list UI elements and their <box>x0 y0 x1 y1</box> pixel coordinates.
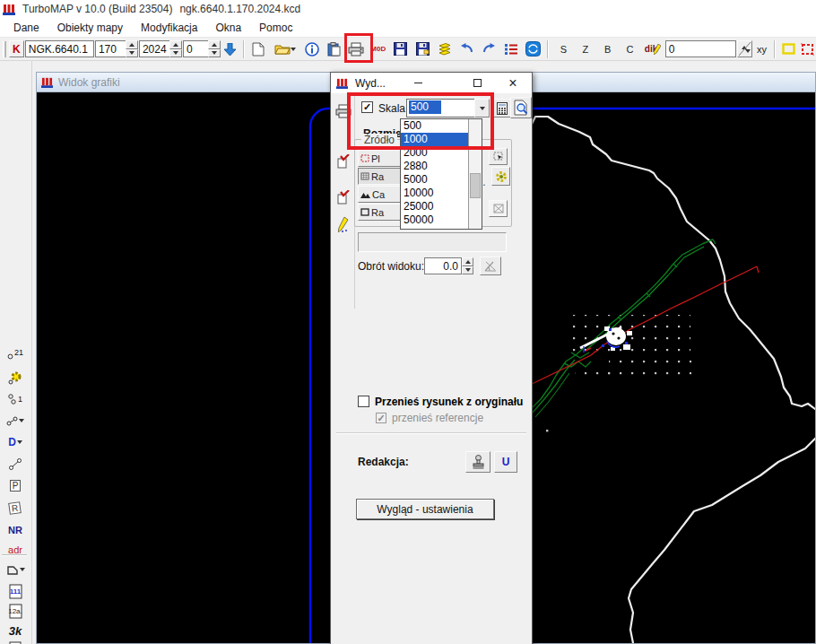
close-button[interactable]: × <box>499 73 526 93</box>
skala-dropdown-button[interactable] <box>474 99 490 117</box>
year-spinner[interactable]: 2024 <box>139 40 182 57</box>
polygon-menu-tool[interactable] <box>1 560 30 579</box>
toolbar-grip[interactable] <box>3 41 6 57</box>
angle-value-input[interactable]: 0 <box>665 40 736 57</box>
address-tool[interactable]: adr <box>1 540 30 560</box>
dik-edit-button[interactable]: dik <box>641 39 664 60</box>
minimize-button[interactable] <box>404 73 431 93</box>
s-mode-button[interactable]: S <box>552 40 574 58</box>
print-button[interactable] <box>345 39 367 60</box>
checklist-icon[interactable] <box>334 152 353 171</box>
skala-option[interactable]: 10000 <box>401 187 468 200</box>
points-menu-tool[interactable] <box>1 411 30 431</box>
point-settings-tool[interactable] <box>1 368 30 387</box>
sheet-12a-tool[interactable]: 12a. <box>1 601 30 621</box>
attribute-list-button[interactable] <box>500 39 522 60</box>
spin-up[interactable] <box>126 40 138 49</box>
maximize-button[interactable] <box>464 73 490 93</box>
skala-option[interactable]: 500 <box>401 119 468 133</box>
spin-down[interactable] <box>126 49 138 58</box>
printer-icon[interactable] <box>334 101 353 121</box>
remote-support-button[interactable] <box>523 39 544 60</box>
skala-option[interactable]: 50000 <box>401 213 468 227</box>
skala-option[interactable]: 2000 <box>401 146 468 160</box>
rotation-spinner[interactable]: 0.0 <box>424 257 473 274</box>
skala-option-highlighted[interactable]: 1000 <box>401 133 468 146</box>
dialog-separator <box>336 432 526 434</box>
menu-dane[interactable]: Dane <box>5 20 48 36</box>
3k-tool[interactable]: 3k <box>1 621 30 640</box>
select-area-button[interactable] <box>489 148 508 165</box>
calculator-button[interactable] <box>493 99 511 117</box>
print-dialog-body: ✓ Skala 500 Rozmie Źródło Pl <box>331 93 532 644</box>
sheet-reference-input[interactable]: NGK.6640.1 <box>25 40 94 57</box>
d-menu-tool[interactable]: D <box>1 432 30 452</box>
redo-button[interactable] <box>478 39 499 60</box>
spin-down[interactable] <box>462 266 473 275</box>
przenies-referencje-checkbox[interactable]: ✓ <box>376 413 386 423</box>
k-button[interactable]: K <box>9 40 24 57</box>
skala-option[interactable]: 25000 <box>401 200 468 213</box>
menu-modyfikacja[interactable]: Modyfikacja <box>133 20 205 36</box>
source-ca-button[interactable]: Ca <box>358 186 401 203</box>
save-button[interactable] <box>390 39 412 60</box>
xy-coordinates-button[interactable]: xy <box>753 40 771 58</box>
skala-dropdown-list: 500 1000 2000 2880 5000 10000 25000 5000… <box>400 118 482 230</box>
info-button[interactable] <box>301 39 323 60</box>
spin-down[interactable] <box>208 49 221 58</box>
skala-checkbox[interactable]: ✓ <box>361 101 373 113</box>
nr-tool[interactable]: NR <box>1 520 30 540</box>
b-mode-button[interactable]: B <box>597 40 619 58</box>
z-mode-button[interactable]: Z <box>575 40 596 58</box>
menu-pomoc[interactable]: Pomoc <box>251 20 300 36</box>
scrollbar-thumb[interactable] <box>470 173 481 198</box>
measure-line-tool[interactable] <box>1 454 30 474</box>
menu-obiekty-mapy[interactable]: Obiekty mapy <box>49 20 131 36</box>
skala-combobox[interactable]: 500 <box>406 99 490 117</box>
spin-up[interactable] <box>208 40 221 49</box>
stamp-button[interactable] <box>465 451 490 473</box>
u-button[interactable]: U <box>494 451 517 473</box>
paste-map-button[interactable] <box>324 39 345 60</box>
spin-up[interactable] <box>462 257 473 266</box>
c-mode-button[interactable]: C <box>620 40 641 58</box>
new-document-button[interactable] <box>248 39 270 60</box>
clear-frame-button[interactable] <box>489 200 508 217</box>
dropdown-scrollbar[interactable] <box>468 119 482 229</box>
open-file-button[interactable] <box>270 39 300 60</box>
undo-button[interactable] <box>456 39 478 60</box>
settings-gear-button[interactable] <box>491 167 510 186</box>
save-as-button[interactable] <box>412 39 433 60</box>
document-lines-tool[interactable] <box>1 639 30 644</box>
source-ra-button[interactable]: Ra <box>358 168 401 185</box>
point-number-tool[interactable]: 21 <box>1 346 30 366</box>
edit-pencil-icon[interactable] <box>334 214 353 234</box>
go-down-arrow-button[interactable] <box>221 39 239 60</box>
point-height-tool[interactable]: 1 <box>1 389 30 409</box>
layers-button[interactable] <box>434 39 456 60</box>
rotate-by-angle-button-disabled[interactable] <box>480 257 501 275</box>
open-file-dropdown[interactable] <box>291 48 296 51</box>
diagonal-spinner[interactable] <box>737 40 752 57</box>
spin-down[interactable] <box>169 49 182 58</box>
mod-tool-button[interactable]: M0D <box>368 39 389 60</box>
skala-option[interactable]: 5000 <box>401 173 468 187</box>
sheet-111-tool[interactable]: 111 <box>1 581 30 601</box>
region-label-tool[interactable]: R <box>1 498 30 518</box>
spin-up[interactable] <box>169 40 182 49</box>
red-selection-tool-button[interactable] <box>798 39 816 60</box>
checklist-icon[interactable] <box>334 187 353 207</box>
print-preview-button[interactable] <box>510 97 532 118</box>
source-ramka-button[interactable]: Ra <box>358 204 401 221</box>
area-icon <box>360 191 370 198</box>
sidebar-separator <box>2 554 27 556</box>
sheet-number-spinner[interactable]: 170 <box>95 40 138 57</box>
menu-okna[interactable]: Okna <box>207 20 249 36</box>
przenies-rysunek-checkbox[interactable] <box>358 396 369 407</box>
source-pl-button[interactable]: Pl <box>358 150 401 167</box>
parcel-label-tool[interactable]: P <box>1 475 30 495</box>
wyglad-ustawienia-button[interactable]: Wygląd - ustawienia <box>356 499 494 519</box>
yellow-frame-tool-button[interactable] <box>779 39 797 60</box>
skala-option[interactable]: 2880 <box>401 160 468 173</box>
index-spinner[interactable]: 0 <box>183 40 221 57</box>
